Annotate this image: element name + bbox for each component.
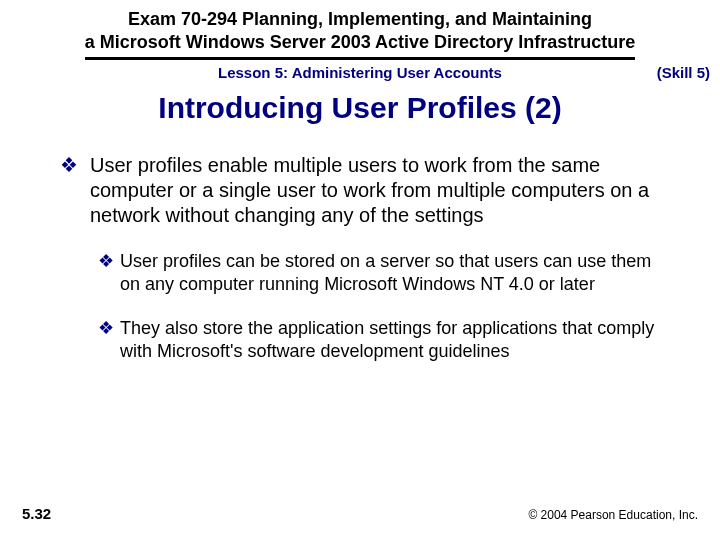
lesson-label: Lesson 5: Administering User Accounts: [90, 64, 630, 81]
diamond-bullet-icon: ❖: [60, 153, 78, 228]
exam-title-line2: a Microsoft Windows Server 2003 Active D…: [85, 32, 635, 52]
bullet-level2: ❖ User profiles can be stored on a serve…: [98, 250, 670, 297]
bullet-level1: ❖ User profiles enable multiple users to…: [60, 153, 670, 228]
bullet-level2: ❖ They also store the application settin…: [98, 317, 670, 364]
exam-title-line1: Exam 70-294 Planning, Implementing, and …: [128, 9, 592, 29]
bullet-text: User profiles enable multiple users to w…: [90, 153, 670, 228]
copyright-text: © 2004 Pearson Education, Inc.: [528, 508, 698, 522]
skill-label: (Skill 5): [630, 64, 710, 81]
slide-content: ❖ User profiles enable multiple users to…: [0, 153, 720, 364]
slide-title: Introducing User Profiles (2): [0, 91, 720, 125]
sub-header: Lesson 5: Administering User Accounts (S…: [0, 62, 720, 87]
bullet-text: They also store the application settings…: [120, 317, 670, 364]
slide-header: Exam 70-294 Planning, Implementing, and …: [0, 0, 720, 62]
diamond-bullet-icon: ❖: [98, 250, 114, 297]
page-number: 5.32: [22, 505, 51, 522]
bullet-text: User profiles can be stored on a server …: [120, 250, 670, 297]
exam-title: Exam 70-294 Planning, Implementing, and …: [85, 8, 635, 60]
slide-footer: 5.32 © 2004 Pearson Education, Inc.: [0, 505, 720, 522]
sub-bullets: ❖ User profiles can be stored on a serve…: [60, 250, 670, 364]
diamond-bullet-icon: ❖: [98, 317, 114, 364]
